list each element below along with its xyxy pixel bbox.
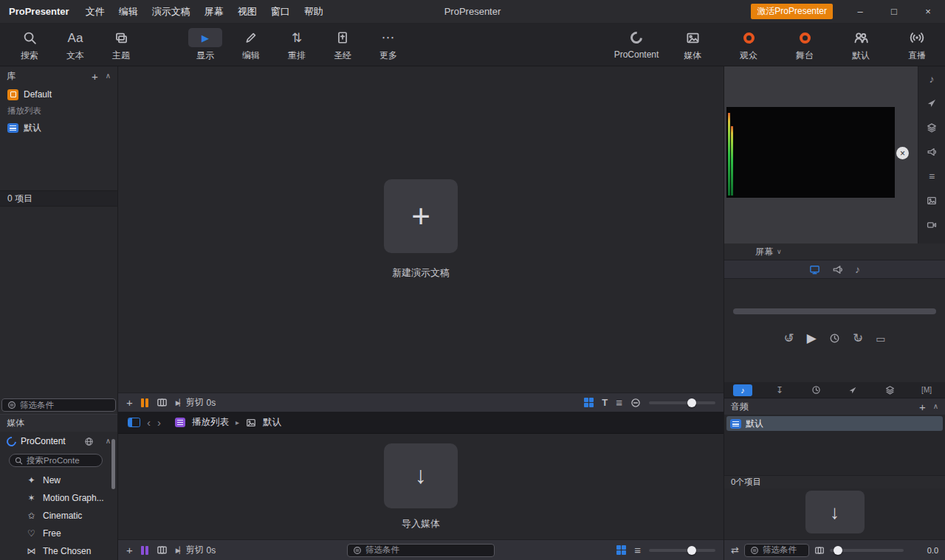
view-options-button[interactable]: [630, 398, 641, 408]
media-filter-input[interactable]: 筛选条件: [347, 544, 495, 557]
procontent-source-row[interactable]: ProContent ∧: [0, 432, 117, 451]
video-camera-icon[interactable]: [927, 220, 937, 230]
toolbar-theme-button[interactable]: 主题: [103, 28, 139, 62]
maximize-button[interactable]: □: [877, 0, 911, 24]
slider-track[interactable]: [649, 549, 715, 552]
transition-icon[interactable]: [157, 397, 168, 408]
forward-button[interactable]: ›: [157, 417, 161, 428]
new-presentation-button[interactable]: +: [384, 179, 458, 253]
toolbar-search-button[interactable]: 搜索: [12, 28, 47, 62]
toolbar-media-button[interactable]: 媒体: [675, 28, 710, 62]
output-device-icon[interactable]: ▭: [876, 333, 885, 344]
media-size-slider[interactable]: [649, 545, 715, 556]
menu-file[interactable]: 文件: [86, 5, 105, 18]
toolbar-edit-button[interactable]: 编辑: [233, 28, 269, 62]
skip-back-15-button[interactable]: ↺ 15: [784, 332, 794, 345]
procontent-category-new[interactable]: ✦ New: [0, 471, 117, 489]
messages-megaphone-icon[interactable]: [927, 147, 937, 157]
layers-icon[interactable]: [927, 122, 937, 133]
procontent-category-the-chosen[interactable]: ⋈ The Chosen: [0, 542, 117, 560]
toolbar-live-button[interactable]: 直播: [899, 28, 935, 62]
procontent-category-cinematic[interactable]: ✩ Cinematic: [0, 507, 117, 525]
add-slide-button[interactable]: +: [126, 397, 133, 408]
breadcrumb-current[interactable]: 默认: [263, 416, 281, 429]
audio-bin-icon[interactable]: ♪: [929, 74, 935, 84]
slider-thumb[interactable]: [687, 398, 696, 407]
audio-filter-input[interactable]: 筛选条件: [744, 544, 809, 557]
activate-propresenter-button[interactable]: 激活ProPresenter: [751, 4, 833, 19]
procontent-category-free[interactable]: ♡ Free: [0, 525, 117, 542]
library-collapse-button[interactable]: ∧: [106, 72, 111, 80]
toolbar-audience-button[interactable]: 观众: [731, 28, 766, 62]
grid-view-button[interactable]: [584, 398, 594, 408]
audio-import-button[interactable]: ↓: [805, 491, 865, 533]
screen-selector[interactable]: 屏幕 ∨: [724, 243, 945, 260]
list-view-button[interactable]: ≡: [616, 397, 622, 408]
playlist-item-default[interactable]: 默认: [0, 119, 117, 136]
grid-view-button[interactable]: [616, 545, 627, 556]
toolbar-default-audience-button[interactable]: 默认: [843, 28, 879, 62]
skip-forward-10-button[interactable]: ↻ -10: [853, 332, 863, 345]
tab-props[interactable]: [834, 382, 871, 398]
menu-edit[interactable]: 编辑: [119, 5, 138, 18]
back-button[interactable]: ‹: [147, 417, 151, 428]
transition-duration-control[interactable]: ▶▏ 剪切 0s: [176, 396, 216, 409]
breadcrumb-playlist[interactable]: 播放列表: [192, 416, 229, 429]
toolbar-show-button[interactable]: ▶ 显示: [188, 28, 223, 62]
transition-icon[interactable]: [814, 545, 825, 556]
audio-add-button[interactable]: +: [919, 401, 926, 412]
library-filter-input[interactable]: 筛选条件: [1, 398, 116, 412]
procontent-category-motion-graphics[interactable]: ✶ Motion Graph...: [0, 489, 117, 507]
audio-playlist-default[interactable]: 默认: [726, 416, 943, 431]
shuffle-icon[interactable]: ⇄: [731, 545, 739, 556]
group-color-icon[interactable]: [141, 546, 148, 555]
close-button[interactable]: ×: [911, 0, 945, 24]
tab-audio[interactable]: ♪: [855, 263, 860, 275]
import-media-button[interactable]: ↓: [384, 443, 458, 508]
text-view-button[interactable]: T: [602, 397, 608, 408]
tab-timers[interactable]: [798, 382, 835, 398]
tab-audio-routing[interactable]: ↧: [761, 382, 798, 398]
slider-track[interactable]: [649, 401, 715, 404]
playback-progress-bar[interactable]: [733, 308, 936, 314]
library-add-button[interactable]: +: [92, 71, 98, 82]
lyrics-lines-icon[interactable]: ≡: [929, 171, 935, 182]
menu-screens[interactable]: 屏幕: [205, 5, 224, 18]
tab-midi[interactable]: [M]: [908, 382, 945, 398]
sidebar-toggle-icon[interactable]: [128, 418, 140, 427]
procontent-search-input[interactable]: 搜索ProConte: [9, 454, 103, 467]
menu-presentation[interactable]: 演示文稿: [152, 5, 190, 18]
play-button[interactable]: ▶: [807, 332, 817, 345]
slide-size-slider[interactable]: [649, 398, 715, 408]
slider-thumb[interactable]: [687, 546, 696, 555]
add-media-button[interactable]: +: [126, 545, 133, 556]
tab-audio-bin[interactable]: ♪: [724, 382, 761, 398]
toolbar-more-button[interactable]: ⋯ 更多: [371, 28, 406, 62]
minimize-button[interactable]: –: [843, 0, 877, 24]
volume-slider[interactable]: [830, 545, 904, 556]
procontent-collapse-button[interactable]: ∧: [106, 438, 111, 445]
media-scrollbar-thumb[interactable]: [111, 439, 115, 489]
clear-preview-button[interactable]: ×: [896, 147, 909, 159]
toolbar-stage-button[interactable]: 舞台: [787, 28, 822, 62]
media-image-icon[interactable]: [927, 196, 937, 206]
tab-messages[interactable]: [832, 264, 843, 275]
tab-screen-preview[interactable]: [809, 264, 820, 275]
playback-timer-icon[interactable]: [829, 333, 840, 344]
tab-layers[interactable]: [871, 382, 908, 398]
library-item-default[interactable]: Default: [0, 86, 117, 103]
toolbar-reflow-button[interactable]: ⇅ 重排: [279, 28, 315, 62]
group-color-icon[interactable]: [141, 398, 148, 407]
toolbar-procontent-button[interactable]: ProContent: [619, 28, 654, 62]
transition-duration-control[interactable]: ▶▏ 剪切 0s: [176, 544, 216, 556]
menu-view[interactable]: 视图: [238, 5, 257, 18]
slider-thumb[interactable]: [834, 546, 842, 555]
toolbar-text-button[interactable]: Aa 文本: [58, 28, 93, 62]
transition-icon[interactable]: [157, 545, 168, 556]
props-arrow-icon[interactable]: [927, 98, 937, 108]
audio-collapse-button[interactable]: ∧: [933, 403, 938, 410]
menu-help[interactable]: 帮助: [304, 5, 323, 18]
list-view-button[interactable]: ≡: [634, 545, 641, 556]
toolbar-bible-button[interactable]: 圣经: [325, 28, 360, 62]
menu-window[interactable]: 窗口: [271, 5, 290, 18]
